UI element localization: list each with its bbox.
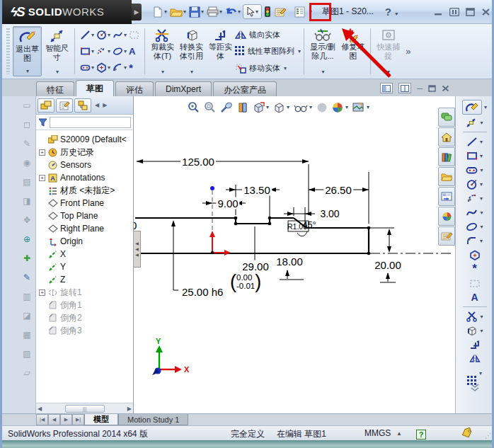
slot-tool[interactable] <box>466 166 478 175</box>
tree-item-part-root[interactable]: S20009 (Default< <box>38 133 133 146</box>
chevron-down-icon[interactable]: ▾ <box>480 314 483 320</box>
chevron-down-icon[interactable]: ▾ <box>219 8 222 15</box>
chevron-down-icon[interactable]: ▾ <box>480 209 483 216</box>
chevron-down-icon[interactable]: ▾ <box>91 48 94 54</box>
line-tool[interactable]: ▾ <box>79 30 95 40</box>
design-library-tab[interactable] <box>438 147 455 166</box>
sketch-pattern-point-tool[interactable]: ▾ <box>96 46 111 57</box>
file-explorer-tab[interactable] <box>438 167 455 186</box>
convert-entities-tool[interactable] <box>466 326 478 336</box>
chevron-down-icon[interactable]: ▾ <box>322 69 325 75</box>
left-tool-icon-6[interactable]: ◨ <box>21 195 33 207</box>
tree-item-axis-x[interactable]: X <box>38 248 133 260</box>
tab-office-products[interactable]: 办公室产品 <box>213 81 277 96</box>
linear-pattern-tool[interactable] <box>467 368 477 378</box>
tree-item-material[interactable]: 材质 <未指定> <box>38 184 133 197</box>
chevron-down-icon[interactable]: ▾ <box>287 104 289 110</box>
magnifying-glass-button[interactable] <box>220 102 233 113</box>
text-tool[interactable]: A <box>128 46 136 57</box>
expand-icon[interactable]: + <box>39 289 45 296</box>
scroll-right-icon[interactable]: ▶ <box>127 406 132 412</box>
tree-item-front-plane[interactable]: Front Plane <box>38 197 133 209</box>
help-menu[interactable]: ? ▾ <box>385 6 398 18</box>
tag-icon[interactable] <box>461 427 473 438</box>
chevron-down-icon[interactable]: ▾ <box>395 11 398 17</box>
left-tool-icon-1[interactable]: ▭ <box>21 99 33 112</box>
chevron-down-icon[interactable]: ▾ <box>56 69 59 75</box>
chevron-down-icon[interactable]: ▾ <box>480 195 483 202</box>
tab-dimxpert[interactable]: DimXpert <box>155 81 212 96</box>
spline-tool[interactable] <box>466 207 478 217</box>
point-tool[interactable]: * <box>128 64 134 71</box>
chevron-down-icon[interactable]: ▾ <box>164 8 167 15</box>
chevron-down-icon[interactable]: ▾ <box>266 104 269 110</box>
left-tool-icon-15[interactable]: ▱ <box>21 367 33 379</box>
close-button[interactable] <box>481 8 490 16</box>
appearances-button[interactable]: ▾ <box>332 102 348 113</box>
apply-scene-button[interactable]: ▾ <box>352 102 369 113</box>
polygon-tool[interactable]: ▾ <box>96 62 111 73</box>
doc-close-button[interactable] <box>442 85 449 92</box>
tab-scroll-left-icon[interactable]: ◀ <box>95 102 99 108</box>
scroll-left-icon[interactable]: ◀ <box>38 406 42 412</box>
zoom-to-area-button[interactable] <box>204 101 216 113</box>
left-tool-icon-5[interactable]: ▤ <box>21 176 33 188</box>
toolbar-overflow-button[interactable]: » <box>406 46 410 57</box>
chevron-down-icon[interactable]: ▾ <box>190 69 193 75</box>
rectangle-tool[interactable]: ▾ <box>79 46 95 57</box>
display-delete-relations-button[interactable]: 显示/删 除几... ▾ <box>308 26 338 76</box>
configurationmanager-tab[interactable] <box>74 98 91 113</box>
dimension-125[interactable]: 125.00 <box>180 156 216 168</box>
chevron-down-icon[interactable]: ▾ <box>255 8 258 15</box>
ellipse-tool[interactable]: ▾ <box>112 46 127 57</box>
previous-tab-button[interactable]: ◀ <box>48 414 60 425</box>
status-units[interactable]: MMGS <box>364 428 391 438</box>
rectangle-tool[interactable] <box>466 151 478 161</box>
show-preview-button[interactable] <box>380 83 393 93</box>
chevron-down-icon[interactable]: ▾ <box>480 167 483 173</box>
expand-icon[interactable]: + <box>39 175 45 181</box>
shadows-button[interactable] <box>316 102 328 113</box>
tree-item-chamfer1[interactable]: 倒角1 <box>38 299 133 311</box>
zoom-fit-button[interactable] <box>188 101 200 113</box>
dimension-20[interactable]: 20.00 <box>373 259 403 271</box>
custom-properties-tab[interactable] <box>438 226 455 246</box>
tree-item-annotations[interactable]: + A Annotations <box>38 171 133 184</box>
left-tool-icon-13[interactable]: ▦ <box>21 328 33 341</box>
tree-horizontal-scrollbar[interactable]: ◀ ||| ▶ <box>36 403 133 413</box>
left-tool-icon-11[interactable]: ▥ <box>21 290 33 303</box>
chevron-down-icon[interactable]: ▾ <box>124 48 127 54</box>
dimension-3[interactable]: 3.00 <box>318 208 340 219</box>
select-tool-button[interactable]: ▾ <box>243 4 262 19</box>
left-tool-icon-14[interactable]: ▧ <box>21 348 33 360</box>
chevron-down-icon[interactable]: ▾ <box>108 48 110 54</box>
save-button[interactable]: ▾ <box>188 5 205 19</box>
left-tool-icon-10[interactable]: ✎ <box>21 271 33 284</box>
chevron-down-icon[interactable]: ▾ <box>480 139 483 145</box>
sketch-fillet-tool[interactable] <box>466 236 478 246</box>
section-view-button[interactable] <box>237 102 248 113</box>
tab-sketch[interactable]: 草图 <box>76 80 114 96</box>
chevron-down-icon[interactable]: ▾ <box>484 104 487 110</box>
units-dropdown-icon[interactable]: ▲ <box>396 430 402 437</box>
restore-button[interactable] <box>466 8 475 16</box>
featuremanager-tab[interactable] <box>38 98 54 113</box>
left-tool-icon-9[interactable]: ✚ <box>21 252 33 265</box>
offset-entities-tool[interactable] <box>469 340 481 350</box>
exit-sketch-button[interactable]: 退出草 图 ▾ <box>13 26 42 76</box>
chevron-down-icon[interactable]: ▾ <box>367 104 369 110</box>
dimension-13-50[interactable]: 13.50 <box>242 184 272 196</box>
model-tab[interactable]: 模型 <box>84 414 118 425</box>
chevron-down-icon[interactable]: ▾ <box>91 64 94 71</box>
sketch-tool-button[interactable] <box>462 100 482 115</box>
left-tool-icon-8[interactable]: ⊕ <box>21 233 33 246</box>
chevron-down-icon[interactable]: ▾ <box>183 8 186 15</box>
polygon-tool[interactable] <box>469 250 481 260</box>
mirror-entities-tool[interactable] <box>469 354 481 364</box>
chevron-down-icon[interactable]: ▾ <box>161 69 164 75</box>
options-button[interactable] <box>293 5 307 19</box>
view-palette-tab[interactable] <box>438 187 455 206</box>
dimension-29[interactable]: 29.00 <box>241 260 270 272</box>
propertymanager-tab[interactable] <box>56 98 73 113</box>
smart-dimension-tool[interactable] <box>466 117 478 128</box>
